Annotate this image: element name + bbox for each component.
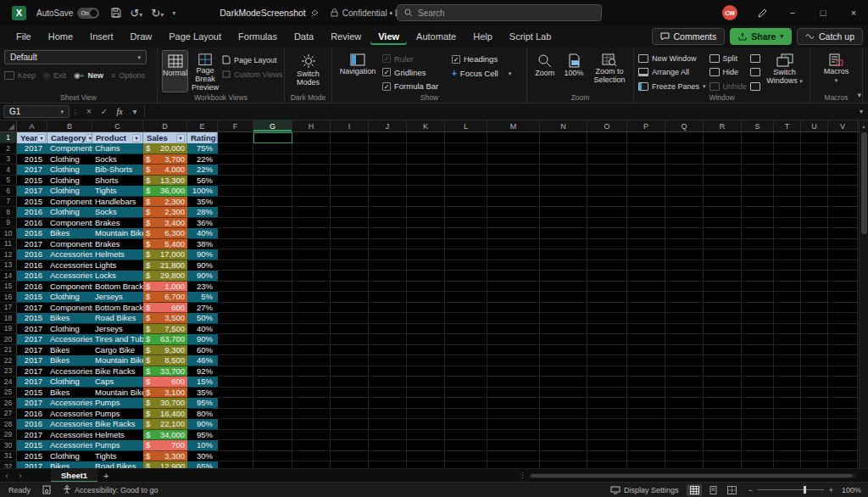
cell-R8[interactable] <box>704 207 742 218</box>
cell-Q24[interactable] <box>665 377 704 388</box>
cell-N17[interactable] <box>540 303 587 314</box>
cell-N6[interactable] <box>540 186 587 197</box>
cell-G11[interactable] <box>253 239 292 250</box>
tab-script-lab[interactable]: Script Lab <box>502 28 559 45</box>
cell-D21-sales[interactable]: $9,300 <box>143 345 187 356</box>
cell-M30[interactable] <box>487 440 540 451</box>
cell-H8[interactable] <box>292 207 331 218</box>
cell-K15[interactable] <box>407 282 445 293</box>
cell-H26[interactable] <box>292 398 331 409</box>
cell-M3[interactable] <box>487 154 540 165</box>
cell-L4[interactable] <box>445 165 487 176</box>
row-header-23[interactable]: 23 <box>0 366 17 377</box>
cell-G20[interactable] <box>253 334 292 345</box>
cell-V3[interactable] <box>828 154 858 165</box>
cell-D5-sales[interactable]: $13,300 <box>143 176 187 187</box>
cell-L5[interactable] <box>445 176 487 187</box>
cell-L24[interactable] <box>445 377 487 388</box>
cell-B4-category[interactable]: Clothing <box>47 165 92 176</box>
cell-K12[interactable] <box>407 249 445 260</box>
row-header-2[interactable]: 2 <box>0 143 17 154</box>
cell-V7[interactable] <box>828 197 858 208</box>
cell-P26[interactable] <box>627 398 665 409</box>
cell-N27[interactable] <box>540 409 587 420</box>
cell-U9[interactable] <box>801 218 828 229</box>
cell-H23[interactable] <box>292 366 331 377</box>
cell-N12[interactable] <box>540 249 587 260</box>
cell-F5[interactable] <box>218 176 253 187</box>
cell-M7[interactable] <box>487 197 540 208</box>
cell-J31[interactable] <box>369 451 407 462</box>
cell-O24[interactable] <box>587 377 627 388</box>
cell-A19-year[interactable]: 2017 <box>17 324 47 335</box>
tab-insert[interactable]: Insert <box>82 28 121 45</box>
cell-I17[interactable] <box>331 303 369 314</box>
cell-B6-category[interactable]: Clothing <box>47 186 92 197</box>
cell-F17[interactable] <box>218 303 253 314</box>
cell-B20-category[interactable]: Accessories <box>47 334 92 345</box>
cell-V31[interactable] <box>828 451 858 462</box>
cell-F4[interactable] <box>218 165 253 176</box>
exit-sheet-view-button[interactable]: ◎Exit <box>43 69 66 81</box>
cell-K31[interactable] <box>407 451 445 462</box>
cell-R4[interactable] <box>704 165 742 176</box>
cell-H2[interactable] <box>292 143 331 154</box>
cell-E32-rating[interactable]: 65% <box>187 461 218 468</box>
cell-O15[interactable] <box>587 282 627 293</box>
cell-C29-product[interactable]: Helmets <box>92 430 143 441</box>
cell-T1[interactable] <box>774 132 801 143</box>
cell-A28-year[interactable]: 2016 <box>17 419 47 430</box>
cell-P8[interactable] <box>627 207 665 218</box>
gridlines-checkbox[interactable]: ✓Gridlines <box>382 66 448 78</box>
row-header-20[interactable]: 20 <box>0 334 17 345</box>
ink-pen-icon[interactable] <box>748 0 776 25</box>
cell-U17[interactable] <box>801 303 828 314</box>
cell-C11-product[interactable]: Brakes <box>92 239 143 250</box>
cell-N30[interactable] <box>540 440 587 451</box>
cell-H30[interactable] <box>292 440 331 451</box>
cell-Q6[interactable] <box>665 186 704 197</box>
cell-O6[interactable] <box>587 186 627 197</box>
cell-T25[interactable] <box>774 388 801 399</box>
cell-P10[interactable] <box>627 228 665 239</box>
cell-V24[interactable] <box>828 377 858 388</box>
cell-E29-rating[interactable]: 95% <box>187 430 218 441</box>
cell-P12[interactable] <box>627 249 665 260</box>
cell-E31-rating[interactable]: 30% <box>187 451 218 462</box>
cell-E20-rating[interactable]: 90% <box>187 334 218 345</box>
cell-P15[interactable] <box>627 282 665 293</box>
row-header-32[interactable]: 32 <box>0 461 17 468</box>
cell-V14[interactable] <box>828 271 858 282</box>
cell-D20-sales[interactable]: $63,700 <box>143 334 187 345</box>
cell-E19-rating[interactable]: 40% <box>187 324 218 335</box>
cell-H21[interactable] <box>292 345 331 356</box>
next-sheet-icon[interactable]: › <box>14 472 27 480</box>
scroll-up-icon[interactable]: ▴ <box>862 120 865 131</box>
cell-A30-year[interactable]: 2015 <box>17 440 47 451</box>
cell-E9-rating[interactable]: 36% <box>187 218 218 229</box>
cell-T26[interactable] <box>774 398 801 409</box>
cell-F32[interactable] <box>218 461 253 468</box>
cell-I19[interactable] <box>331 324 369 335</box>
cell-A12-year[interactable]: 2016 <box>17 249 47 260</box>
row-header-17[interactable]: 17 <box>0 303 17 314</box>
split-button[interactable]: Split <box>709 53 748 64</box>
cell-E21-rating[interactable]: 60% <box>187 345 218 356</box>
cell-D11-sales[interactable]: $5,400 <box>143 239 187 250</box>
column-header-A[interactable]: A <box>17 120 47 131</box>
cell-D3-sales[interactable]: $3,700 <box>143 154 187 165</box>
cell-B3-category[interactable]: Clothing <box>47 154 92 165</box>
cell-C30-product[interactable]: Pumps <box>92 440 143 451</box>
cell-P18[interactable] <box>627 313 665 324</box>
cell-U22[interactable] <box>801 355 828 366</box>
cell-S26[interactable] <box>742 398 774 409</box>
cell-A18-year[interactable]: 2015 <box>17 313 47 324</box>
cell-A6-year[interactable]: 2017 <box>17 186 47 197</box>
cell-M19[interactable] <box>487 324 540 335</box>
cell-A22-year[interactable]: 2017 <box>17 355 47 366</box>
row-header-15[interactable]: 15 <box>0 282 17 293</box>
cell-J1[interactable] <box>369 132 407 143</box>
cell-R1[interactable] <box>704 132 742 143</box>
cell-I11[interactable] <box>331 239 369 250</box>
cell-D16-sales[interactable]: $6,700 <box>143 292 187 303</box>
